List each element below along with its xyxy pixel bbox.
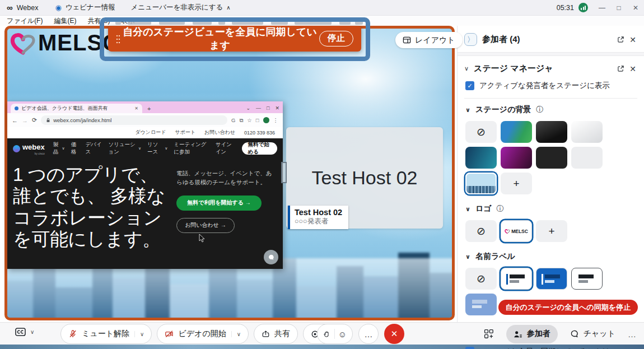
nav-pricing[interactable]: 価格 [71,141,80,156]
more-options-button[interactable]: … [358,324,379,344]
popout-icon[interactable] [617,36,624,43]
menu-file[interactable]: ファイル(F) [7,16,43,26]
nav-products[interactable]: 製品∨ [53,141,65,156]
name-label-none-option[interactable]: ⊘ [465,268,497,290]
logo-add-button[interactable]: + [536,220,567,242]
browser-menu-caret-icon[interactable]: ⌄ [246,105,250,111]
logo-none-option[interactable]: ⊘ [465,220,497,242]
nav-resources[interactable]: リソース∨ [147,141,167,156]
reload-icon[interactable]: ⟳ [32,117,37,124]
browser-tab[interactable]: ビデオ会議、クラウド電話、画面共有 ✕ [11,104,142,113]
layout-button[interactable]: レイアウト [395,32,463,48]
nav-join-meeting[interactable]: ミーティングに参加 [174,141,208,156]
hero-contact-button[interactable]: お問い合わせ → [176,218,235,233]
link-contact[interactable]: お問い合わせ [204,129,235,136]
browser-maximize-icon[interactable]: □ [267,105,269,111]
share-button[interactable]: 共有 [254,324,298,344]
tab-close-icon[interactable]: ✕ [134,106,138,111]
mic-options-chevron-icon[interactable]: ∨ [134,331,144,337]
participants-panel-button[interactable]: 参加者 [506,325,558,343]
name-label-style2[interactable] [536,268,567,290]
menu-edit[interactable]: 編集(E) [54,16,76,26]
bookmark-star-icon[interactable]: ☆ [247,117,252,123]
link-download[interactable]: ダウンロード [135,129,166,136]
leave-meeting-button[interactable]: ✕ [384,324,404,344]
leave-x-icon: ✕ [391,329,398,339]
logo-section-header[interactable]: ∨ ロゴ ⓘ [458,198,644,216]
chevron-down-icon[interactable]: ∨ [464,65,469,72]
address-bar[interactable]: webex.com/ja/index.html [41,115,227,125]
site-cta-button[interactable]: 無料で始める [242,142,277,155]
name-label-style4[interactable] [465,294,497,315]
layout-icon [403,36,411,44]
background-option-gray[interactable] [571,147,603,169]
stage-background-section-header[interactable]: ∨ ステージの背景 ⓘ [458,99,644,117]
background-option-city-selected[interactable] [465,173,497,194]
drag-handle-icon[interactable] [116,34,120,44]
background-option-purple[interactable] [501,147,532,169]
nav-signin[interactable]: サインイン [216,141,235,156]
info-icon[interactable]: ⓘ [536,105,543,115]
tab-groups-icon[interactable]: □ [256,117,259,123]
hide-menubar-button[interactable]: メニューバーを非表示にする ∧ [130,3,230,12]
tab-title: ビデオ会議、クラウド電話、画面共有 [21,105,132,112]
checkbox-checked-icon[interactable]: ✓ [465,81,474,90]
browser-more-icon[interactable]: ⋮ [273,117,279,123]
close-window-button[interactable]: ✕ [627,4,644,12]
connection-quality-icon[interactable] [578,3,588,12]
browser-minimize-icon[interactable]: — [256,105,261,111]
active-speaker-checkbox-row[interactable]: ✓ アクティブな発言者をステージに表示 [458,80,644,98]
nav-solutions[interactable]: ソリューション∨ [108,141,141,156]
apps-grid-icon[interactable] [484,329,494,339]
nav-devices[interactable]: デバイス [85,141,102,156]
hero-start-free-button[interactable]: 無料で利用を開始する → [176,196,262,211]
site-logo[interactable]: webex by cisco [13,142,45,155]
sync-stage-banner[interactable]: 自分のステージビューを全員に同期しています 停止 [108,26,361,52]
background-option-light-wave[interactable] [571,121,603,143]
background-option-teal[interactable] [465,147,497,169]
checkbox-checked-icon[interactable]: ✓ [465,347,474,349]
stop-sync-banner-button[interactable]: 停止 [319,31,353,46]
popout-icon[interactable] [617,65,624,72]
new-tab-button[interactable]: + [147,105,151,113]
video-options-chevron-icon[interactable]: ∨ [231,331,241,337]
toolbar-more-icon[interactable]: … [628,329,636,339]
back-icon[interactable]: ← [12,117,18,124]
close-panel-icon[interactable]: ✕ [629,35,636,44]
background-none-option[interactable]: ⊘ [465,121,497,143]
profile-avatar[interactable] [263,117,269,123]
chat-panel-button[interactable]: チャット [570,329,615,339]
site-chat-widget[interactable] [264,250,278,264]
name-label-section-header[interactable]: ∨ 名前ラベル [458,245,644,264]
stop-sync-all-button[interactable]: 自分のステージの全員への同期を停止 [498,300,638,315]
background-add-button[interactable]: + [501,173,532,194]
resize-handle[interactable] [281,162,287,183]
webinar-info-button[interactable]: ◉ ウェビナー情報 [55,3,115,12]
translate-icon[interactable]: G [231,117,235,123]
captions-button[interactable]: ∨ [15,327,34,337]
reactions-smiley-icon[interactable]: ☺ [338,329,347,339]
meeting-time: 05:31 [557,4,574,12]
background-option-black[interactable] [536,147,567,169]
site-logo-text: webex [22,143,45,151]
link-support[interactable]: サポート [175,129,195,136]
share-page-icon[interactable]: ⧉ [239,117,243,124]
browser-close-icon[interactable]: ✕ [275,105,279,111]
background-option-dark-wave[interactable] [536,121,567,143]
raise-hand-icon[interactable] [323,330,331,338]
minimize-button[interactable]: — [594,4,610,12]
unmute-button[interactable]: ミュート解除 ∨ [60,324,152,344]
start-video-button[interactable]: ビデオの開始 ∨ [157,324,249,344]
forward-icon[interactable]: → [22,117,28,124]
logo-option-melsc-selected[interactable]: MELSC [501,220,532,242]
maximize-button[interactable]: □ [610,4,627,12]
chevron-down-icon[interactable]: ∨ [30,329,34,335]
name-label-style3[interactable] [571,268,603,290]
logo-section-title: ロゴ [475,204,492,214]
close-stage-manager-icon[interactable]: ✕ [629,64,636,73]
background-option-gradient-green[interactable] [501,121,532,143]
melsc-heart-icon [10,31,36,55]
name-label-style1-selected[interactable] [501,268,532,290]
collapse-panel-button[interactable]: 〉 [464,33,477,46]
info-icon[interactable]: ⓘ [497,204,504,214]
